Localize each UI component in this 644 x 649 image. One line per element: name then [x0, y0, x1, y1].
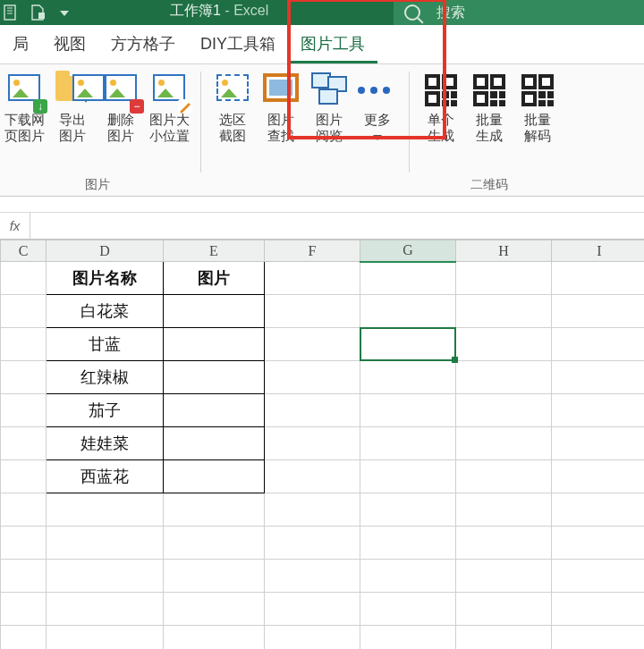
cell[interactable]: 红辣椒: [47, 361, 164, 394]
ribbon: ↓ 下载网 页图片 导出 图片 − 删除 图片 图片大 小位置 图片: [0, 64, 644, 197]
ribbon-tab-strip: 局 视图 方方格子 DIY工具箱 图片工具: [0, 25, 644, 64]
btn-selection-screenshot[interactable]: 选区 截图: [208, 64, 257, 144]
qr-icon: [473, 74, 505, 106]
svg-rect-1: [38, 13, 45, 19]
tab-ffgz[interactable]: 方方格子: [98, 26, 188, 63]
delete-badge-icon: −: [130, 99, 144, 114]
group-picture: ↓ 下载网 页图片 导出 图片 − 删除 图片 图片大 小位置 图片: [0, 64, 195, 196]
row[interactable]: 甘蓝: [1, 328, 645, 361]
formula-input[interactable]: [30, 213, 644, 239]
tab-layout[interactable]: 局: [0, 26, 41, 63]
row[interactable]: 图片名称 图片: [1, 262, 645, 295]
btn-pic-browse[interactable]: 图片 阅览: [305, 64, 353, 144]
row[interactable]: 西蓝花: [1, 460, 645, 493]
cell[interactable]: 茄子: [47, 394, 164, 427]
column-headers[interactable]: C D E F G H I: [1, 240, 645, 262]
name-box-row[interactable]: [0, 197, 644, 213]
tab-picture-tools[interactable]: 图片工具: [288, 26, 377, 63]
row[interactable]: 白花菜: [1, 295, 645, 328]
btn-download-web-pics[interactable]: ↓ 下载网 页图片: [0, 64, 48, 144]
cell[interactable]: 图片: [164, 262, 265, 295]
cell[interactable]: [164, 460, 265, 493]
search-icon: [404, 4, 420, 21]
row[interactable]: 娃娃菜: [1, 427, 645, 460]
app-suffix: - Excel: [221, 3, 268, 18]
cell[interactable]: [164, 328, 265, 361]
group-picture-tools: 选区 截图 图片 查找 图片 阅览 更多: [207, 64, 403, 196]
document-title: 工作簿1 - Excel: [170, 2, 268, 21]
group-label-picture: 图片: [0, 177, 195, 193]
btn-qr-batch[interactable]: 批量 生成: [465, 64, 513, 144]
separator: [200, 72, 201, 173]
download-badge-icon: ↓: [33, 99, 47, 114]
col-header-g[interactable]: G: [360, 240, 456, 262]
edit-badge-icon: [178, 99, 192, 114]
save-icon[interactable]: [4, 4, 18, 21]
btn-more[interactable]: 更多: [353, 64, 402, 144]
col-header-i[interactable]: I: [552, 240, 645, 262]
row[interactable]: 茄子: [1, 394, 645, 427]
qr-icon: [425, 74, 457, 106]
cell[interactable]: 白花菜: [47, 295, 164, 328]
search-box[interactable]: 搜索: [394, 0, 644, 25]
cell[interactable]: 西蓝花: [47, 460, 164, 493]
col-header-e[interactable]: E: [164, 240, 265, 262]
group-label-qrcode: 二维码: [415, 177, 564, 193]
tab-diy-toolbox[interactable]: DIY工具箱: [188, 26, 288, 63]
doc-name: 工作簿1: [170, 3, 221, 18]
svg-rect-0: [4, 5, 15, 20]
cell[interactable]: [164, 361, 265, 394]
row[interactable]: 红辣椒: [1, 361, 645, 394]
btn-delete-pics[interactable]: − 删除 图片: [97, 64, 145, 144]
file-icon[interactable]: [30, 4, 45, 21]
btn-pic-find[interactable]: 图片 查找: [257, 64, 305, 144]
separator: [409, 72, 410, 173]
qat-dropdown-icon[interactable]: [57, 4, 72, 21]
title-bar: 工作簿1 - Excel 搜索: [0, 0, 644, 25]
row[interactable]: [1, 593, 645, 626]
fx-label[interactable]: fx: [0, 213, 30, 239]
btn-export-pics[interactable]: 导出 图片: [48, 64, 97, 144]
btn-qr-decode[interactable]: 批量 解码: [513, 64, 562, 144]
formula-bar-area: fx: [0, 197, 644, 240]
search-placeholder: 搜索: [436, 4, 465, 22]
chevron-down-icon: [373, 135, 382, 140]
col-header-h[interactable]: H: [456, 240, 552, 262]
group-qrcode: 单个 生成 批量 生成 批量 解码 二维码: [415, 64, 564, 196]
cell[interactable]: [164, 394, 265, 427]
grid-table[interactable]: C D E F G H I 图片名称 图片 白花菜 甘蓝 红辣椒 茄子: [0, 240, 644, 649]
col-header-d[interactable]: D: [47, 240, 164, 262]
cell[interactable]: [164, 427, 265, 460]
cell[interactable]: [164, 295, 265, 328]
tab-view[interactable]: 视图: [41, 26, 98, 63]
row[interactable]: [1, 493, 645, 527]
worksheet[interactable]: C D E F G H I 图片名称 图片 白花菜 甘蓝 红辣椒 茄子: [0, 240, 644, 649]
cell[interactable]: 甘蓝: [47, 328, 164, 361]
btn-pic-size-pos[interactable]: 图片大 小位置: [145, 64, 193, 144]
cell[interactable]: 娃娃菜: [47, 427, 164, 460]
row[interactable]: [1, 560, 645, 593]
col-header-c[interactable]: C: [1, 240, 47, 262]
more-icon: [358, 87, 397, 94]
row[interactable]: [1, 626, 645, 650]
qr-icon: [521, 74, 554, 106]
btn-qr-single[interactable]: 单个 生成: [417, 64, 465, 144]
row[interactable]: [1, 527, 645, 560]
col-header-f[interactable]: F: [265, 240, 360, 262]
cell[interactable]: 图片名称: [47, 262, 164, 295]
